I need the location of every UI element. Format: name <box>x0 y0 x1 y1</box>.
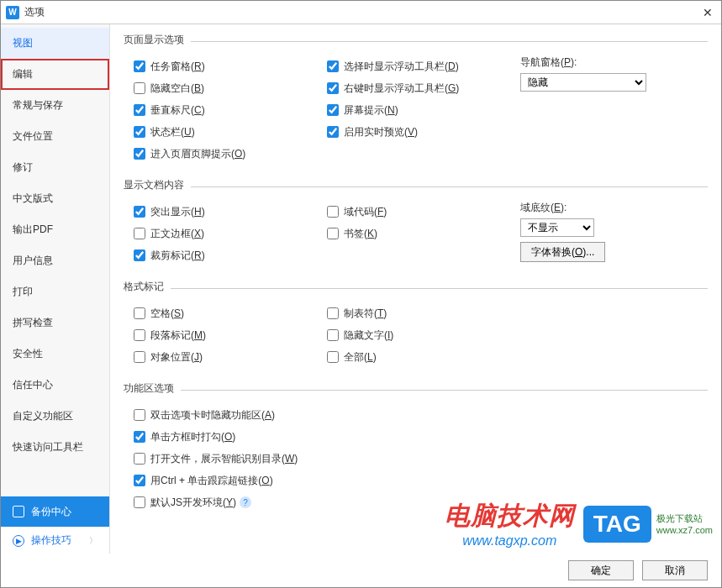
ribbon-opt-0[interactable]: 双击选项卡时隐藏功能区(A) <box>134 404 708 426</box>
ribbon-opt-checkbox-4[interactable] <box>134 496 145 508</box>
doc-opt-a-checkbox-2[interactable] <box>134 249 145 261</box>
display-opt-a-checkbox-2[interactable] <box>134 104 145 116</box>
font-substitution-button[interactable]: 字体替换(O)... <box>520 242 605 262</box>
dialog-body: 视图编辑常规与保存文件位置修订中文版式输出PDF用户信息打印拼写检查安全性信任中… <box>1 24 721 554</box>
sidebar-item-12[interactable]: 自定义功能区 <box>1 401 109 432</box>
display-opt-a-2[interactable]: 垂直标尺(C) <box>134 99 327 121</box>
marks-opt-a-1[interactable]: 段落标记(M) <box>134 324 327 346</box>
display-opt-a-1[interactable]: 隐藏空白(B) <box>134 77 327 99</box>
backup-center-button[interactable]: 备份中心 <box>1 496 109 527</box>
sidebar-item-2[interactable]: 常规与保存 <box>1 90 109 121</box>
marks-opt-a-checkbox-2[interactable] <box>134 351 145 363</box>
sidebar-item-6[interactable]: 输出PDF <box>1 214 109 245</box>
marks-opt-b-1[interactable]: 隐藏文字(I) <box>327 324 520 346</box>
marks-opt-a-0[interactable]: 空格(S) <box>134 302 327 324</box>
ribbon-opt-checkbox-3[interactable] <box>134 475 145 486</box>
doc-opt-a-1[interactable]: 正文边框(X) <box>134 223 327 244</box>
ribbon-opt-3[interactable]: 用Ctrl + 单击跟踪超链接(O) <box>134 470 708 491</box>
content-panel: 页面显示选项 任务窗格(R)隐藏空白(B)垂直标尺(C)状态栏(U)进入页眉页脚… <box>110 24 721 554</box>
ribbon-opt-4[interactable]: 默认JS开发环境(Y)? <box>134 491 708 513</box>
ribbon-opt-checkbox-2[interactable] <box>134 453 145 465</box>
display-opt-b-label-0: 选择时显示浮动工具栏(D) <box>344 60 459 74</box>
marks-opt-b-checkbox-1[interactable] <box>327 329 339 341</box>
marks-opt-b-2[interactable]: 全部(L) <box>327 346 520 368</box>
sidebar-item-4[interactable]: 修订 <box>1 152 109 183</box>
doc-opt-b-0[interactable]: 域代码(F) <box>327 201 520 223</box>
ribbon-opt-label-0: 双击选项卡时隐藏功能区(A) <box>150 408 275 423</box>
sidebar-item-10[interactable]: 安全性 <box>1 339 109 370</box>
ribbon-opt-checkbox-1[interactable] <box>134 431 145 443</box>
marks-opt-b-checkbox-0[interactable] <box>327 307 339 319</box>
nav-pane-select[interactable]: 隐藏 <box>520 73 646 92</box>
display-opt-a-checkbox-1[interactable] <box>134 82 145 94</box>
marks-opt-a-label-1: 段落标记(M) <box>150 328 206 343</box>
display-opt-b-checkbox-2[interactable] <box>327 104 339 116</box>
group-display-legend: 页面显示选项 <box>124 33 191 50</box>
ribbon-opt-label-3: 用Ctrl + 单击跟踪超链接(O) <box>150 474 273 488</box>
doc-opt-b-1[interactable]: 书签(K) <box>327 223 520 244</box>
doc-opt-b-checkbox-0[interactable] <box>327 206 339 218</box>
cancel-button[interactable]: 取消 <box>642 560 708 580</box>
nav-pane-label: 导航窗格(P): <box>520 55 680 70</box>
field-shading-label: 域底纹(E): <box>520 201 680 215</box>
doc-opt-a-2[interactable]: 裁剪标记(R) <box>134 244 327 266</box>
field-shading-select[interactable]: 不显示 <box>520 218 594 237</box>
display-opt-b-checkbox-0[interactable] <box>327 60 339 72</box>
doc-opt-a-checkbox-1[interactable] <box>134 228 145 239</box>
help-icon[interactable]: ? <box>240 496 251 508</box>
group-doc-legend: 显示文档内容 <box>124 178 191 196</box>
sidebar-item-3[interactable]: 文件位置 <box>1 121 109 152</box>
sidebar-item-11[interactable]: 信任中心 <box>1 370 109 401</box>
display-opt-a-3[interactable]: 状态栏(U) <box>134 121 327 143</box>
display-opt-a-4[interactable]: 进入页眉页脚提示(O) <box>134 143 327 165</box>
sidebar-item-13[interactable]: 快速访问工具栏 <box>1 432 109 463</box>
marks-opt-b-label-0: 制表符(T) <box>344 307 387 321</box>
dialog-footer: 确定 取消 <box>1 554 721 587</box>
ribbon-opt-1[interactable]: 单击方框时打勾(O) <box>134 426 708 448</box>
marks-opt-a-2[interactable]: 对象位置(J) <box>134 346 327 368</box>
marks-opt-a-checkbox-1[interactable] <box>134 329 145 341</box>
doc-opt-a-label-1: 正文边框(X) <box>150 227 204 241</box>
ok-button[interactable]: 确定 <box>568 560 634 580</box>
marks-opt-a-checkbox-0[interactable] <box>134 307 145 319</box>
sidebar-item-1[interactable]: 编辑 <box>1 59 109 90</box>
display-opt-a-checkbox-3[interactable] <box>134 126 145 138</box>
display-opt-a-checkbox-0[interactable] <box>134 60 145 72</box>
group-ribbon: 功能区选项 双击选项卡时隐藏功能区(A)单击方框时打勾(O)打开文件，展示智能识… <box>124 381 708 518</box>
doc-opt-b-label-0: 域代码(F) <box>344 205 387 219</box>
ribbon-opt-2[interactable]: 打开文件，展示智能识别目录(W) <box>134 448 708 470</box>
display-opt-b-checkbox-1[interactable] <box>327 82 339 94</box>
options-dialog: W 选项 ✕ 视图编辑常规与保存文件位置修订中文版式输出PDF用户信息打印拼写检… <box>0 0 722 588</box>
close-icon[interactable]: ✕ <box>699 6 716 19</box>
ribbon-opt-label-1: 单击方框时打勾(O) <box>150 430 235 444</box>
display-opt-b-checkbox-3[interactable] <box>327 126 339 138</box>
display-opt-a-0[interactable]: 任务窗格(R) <box>134 55 327 77</box>
sidebar: 视图编辑常规与保存文件位置修订中文版式输出PDF用户信息打印拼写检查安全性信任中… <box>1 24 110 554</box>
display-opt-b-label-3: 启用实时预览(V) <box>344 125 418 139</box>
display-opt-b-label-2: 屏幕提示(N) <box>344 103 398 118</box>
tips-link[interactable]: ▶ 操作技巧 〉 <box>1 527 109 554</box>
doc-opt-a-0[interactable]: 突出显示(H) <box>134 201 327 223</box>
group-doc-content: 显示文档内容 突出显示(H)正文边框(X)裁剪标记(R) 域代码(F)书签(K)… <box>124 178 708 271</box>
marks-opt-b-checkbox-2[interactable] <box>327 351 339 363</box>
doc-opt-a-checkbox-0[interactable] <box>134 206 145 218</box>
doc-opt-b-checkbox-1[interactable] <box>327 228 339 239</box>
marks-opt-a-label-2: 对象位置(J) <box>150 350 203 365</box>
group-format-marks: 格式标记 空格(S)段落标记(M)对象位置(J) 制表符(T)隐藏文字(I)全部… <box>124 280 708 373</box>
sidebar-item-9[interactable]: 拼写检查 <box>1 307 109 339</box>
window-title: 选项 <box>24 5 699 19</box>
ribbon-opt-checkbox-0[interactable] <box>134 409 145 421</box>
sidebar-item-0[interactable]: 视图 <box>1 28 109 59</box>
chevron-right-icon: 〉 <box>89 535 97 547</box>
display-opt-a-checkbox-4[interactable] <box>134 148 145 160</box>
display-opt-b-3[interactable]: 启用实时预览(V) <box>327 121 520 143</box>
sidebar-item-7[interactable]: 用户信息 <box>1 245 109 276</box>
display-opt-b-1[interactable]: 右键时显示浮动工具栏(G) <box>327 77 520 99</box>
display-opt-b-0[interactable]: 选择时显示浮动工具栏(D) <box>327 55 520 77</box>
sidebar-item-5[interactable]: 中文版式 <box>1 183 109 214</box>
display-opt-b-2[interactable]: 屏幕提示(N) <box>327 99 520 121</box>
marks-opt-b-0[interactable]: 制表符(T) <box>327 302 520 324</box>
display-opt-a-label-0: 任务窗格(R) <box>150 60 205 74</box>
sidebar-item-8[interactable]: 打印 <box>1 276 109 307</box>
doc-opt-b-label-1: 书签(K) <box>344 227 377 241</box>
